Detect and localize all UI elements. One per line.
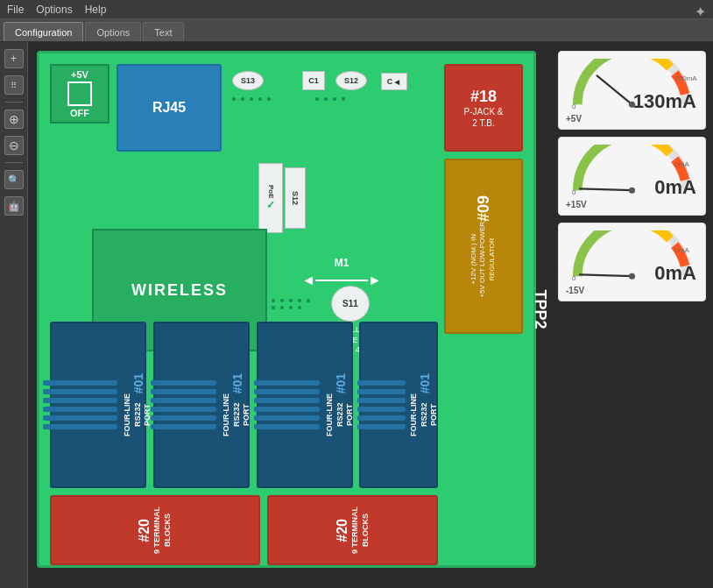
rs232-4-number: #01 xyxy=(418,373,432,393)
power-off-label: OFF xyxy=(70,108,89,118)
search-button[interactable]: 🔍 xyxy=(4,170,24,189)
svg-line-4 xyxy=(580,188,632,190)
m1-arrow-line xyxy=(315,280,368,281)
dot-pattern-2 xyxy=(315,97,356,101)
svg-text:0mA: 0mA xyxy=(674,160,689,168)
chip-s12-top[interactable]: S12 xyxy=(335,71,367,90)
terminal-block-1[interactable]: #20 9 TERMINAL BLOCKS xyxy=(50,495,260,565)
svg-line-0 xyxy=(597,75,632,104)
rs232-block-1[interactable]: #01 FOUR-LINERS232PORT xyxy=(50,322,146,488)
tab-text[interactable]: Text xyxy=(143,22,183,41)
svg-point-5 xyxy=(629,188,635,194)
meter-neg15v: 0 0mA 0mA -15V xyxy=(558,223,706,301)
terminal-block-2[interactable]: #20 9 TERMINAL BLOCKS xyxy=(267,495,438,565)
terminal-1-number: #20 xyxy=(137,519,152,542)
meter-5v-label: +5V xyxy=(566,114,582,124)
meter-15v: 0 0mA 0mA +15V xyxy=(558,137,706,216)
power-square-icon xyxy=(67,81,92,106)
wireless-label: WIRELESS xyxy=(131,281,228,300)
add-tool-button[interactable]: + xyxy=(4,49,24,68)
left-toolbar: + ⠿ ⊕ ⊖ 🔍 🤖 xyxy=(0,42,28,588)
menu-file[interactable]: File xyxy=(7,4,24,16)
zoom-in-button[interactable]: ⊕ xyxy=(4,110,24,129)
svg-text:0: 0 xyxy=(572,103,576,110)
regulator-block[interactable]: #09 +12V (NOM.) IN+5V OUT LOW-POWERREGUL… xyxy=(444,159,523,334)
right-panel: 0 700mA 130mA +5V 0 0mA 0mA +15V xyxy=(551,42,713,588)
power-5v-block[interactable]: +5V OFF xyxy=(50,64,109,124)
tab-bar: Configuration Options Text xyxy=(0,19,713,42)
svg-text:0: 0 xyxy=(572,188,576,196)
meter-5v: 0 700mA 130mA +5V xyxy=(558,51,706,130)
chip-c-arrow[interactable]: C ◄ xyxy=(381,73,407,90)
tab-configuration[interactable]: Configuration xyxy=(4,22,83,41)
menu-bar: File Options Help ✦ xyxy=(0,0,713,19)
robot-button[interactable]: 🤖 xyxy=(4,196,24,216)
chip-s12-top-label: S12 xyxy=(344,76,358,85)
poe-block[interactable]: PoE ✓ xyxy=(258,163,283,233)
m1-left-arrow: ◄ xyxy=(301,273,315,288)
regulator-number: #09 xyxy=(475,195,493,222)
chip-c1-label: C1 xyxy=(308,76,319,85)
regulator-text: +12V (NOM.) IN+5V OUT LOW-POWERREGULATOR xyxy=(469,222,497,298)
power-5v-label: +5V xyxy=(71,69,88,80)
menu-help[interactable]: Help xyxy=(85,4,107,16)
rs232-3-text: FOUR-LINERS232PORT xyxy=(325,393,356,436)
rs232-4-text: FOUR-LINERS232PORT xyxy=(409,393,440,436)
rj45-label: RJ45 xyxy=(152,100,186,116)
rs232-block-3[interactable]: #01 FOUR-LINERS232PORT xyxy=(257,322,353,488)
meter-neg15v-value: 0mA xyxy=(654,262,696,285)
rs232-block-4[interactable]: #01 FOUR-LINERS232PORT xyxy=(359,322,438,488)
rs232-block-2[interactable]: #01 FOUR-LINERS232PORT xyxy=(153,322,250,488)
s11-label: S11 xyxy=(342,299,358,308)
board: +5V OFF RJ45 S13 C1 S12 C xyxy=(37,51,536,568)
svg-text:700mA: 700mA xyxy=(674,74,697,82)
svg-text:0: 0 xyxy=(572,274,576,282)
toolbar-divider-2 xyxy=(5,162,23,163)
terminal-2-number: #20 xyxy=(335,519,350,542)
terminal-1-text: 9 TERMINAL BLOCKS xyxy=(152,497,173,563)
m1-label: M1 xyxy=(335,257,349,269)
canvas-area: +5V OFF RJ45 S13 C1 S12 C xyxy=(28,42,551,588)
zoom-out-button[interactable]: ⊖ xyxy=(4,136,24,155)
svg-point-9 xyxy=(629,273,635,280)
pjack-number: #18 xyxy=(470,88,497,106)
dot-pattern-1 xyxy=(232,97,272,101)
toolbar-divider-1 xyxy=(5,102,23,103)
settings-icon[interactable]: ✦ xyxy=(695,4,706,20)
move-tool-button[interactable]: ⠿ xyxy=(4,75,24,95)
s11-circle: S11 xyxy=(331,286,370,322)
chip-s13[interactable]: S13 xyxy=(232,71,264,90)
s12-vertical-label: S12 xyxy=(291,191,300,205)
svg-line-8 xyxy=(580,274,632,276)
terminal-2-text: 9 TERMINAL BLOCKS xyxy=(350,497,371,563)
rj45-block[interactable]: RJ45 xyxy=(116,64,222,152)
meter-neg15v-label: -15V xyxy=(566,286,584,295)
poe-checkmark: ✓ xyxy=(266,199,275,211)
rs232-3-number: #01 xyxy=(334,373,348,393)
meter-15v-label: +15V xyxy=(566,200,587,209)
menu-options[interactable]: Options xyxy=(36,4,72,16)
rs232-2-number: #01 xyxy=(230,373,244,393)
meter-15v-value: 0mA xyxy=(654,176,696,199)
poe-label: PoE xyxy=(267,185,275,199)
chip-c1[interactable]: C1 xyxy=(302,71,325,90)
dot-pattern-3 xyxy=(272,299,312,309)
tpp2-label: TPP2 xyxy=(531,289,549,329)
chip-s13-label: S13 xyxy=(241,76,255,85)
svg-text:0mA: 0mA xyxy=(674,246,689,254)
pjack-block[interactable]: #18 P-JACK &2 T.B. xyxy=(444,64,523,152)
s12-vertical-chip[interactable]: S12 xyxy=(285,167,306,229)
meter-5v-value: 130mA xyxy=(633,90,696,113)
tab-options[interactable]: Options xyxy=(85,22,141,41)
m1-area: M1 ◄ ► xyxy=(298,255,385,290)
main-content: + ⠿ ⊕ ⊖ 🔍 🤖 +5V OFF RJ45 S13 xyxy=(0,42,713,588)
pjack-text: P-JACK &2 T.B. xyxy=(463,106,503,129)
